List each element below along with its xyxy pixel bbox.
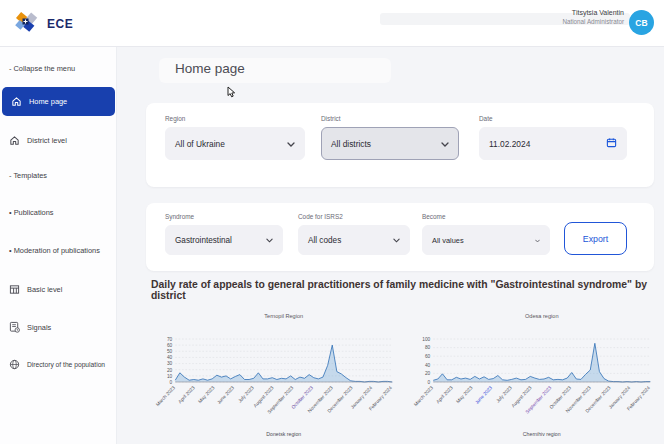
svg-text:March 2023: March 2023 bbox=[155, 385, 176, 407]
chevron-down-icon bbox=[287, 139, 295, 149]
sidebar-item-home-page[interactable]: Home page bbox=[2, 87, 115, 116]
top-header: ECE Titsytsia Valentin National Administ… bbox=[0, 0, 664, 47]
sidebar-item-label: Directory of the population bbox=[27, 361, 105, 368]
app-window: ECE Titsytsia Valentin National Administ… bbox=[0, 0, 664, 444]
signals-icon bbox=[9, 321, 20, 333]
syndrome-select[interactable]: Gastrointestinal bbox=[165, 225, 283, 255]
charts-section-title: Daily rate of appeals to general practit… bbox=[151, 279, 656, 301]
date-field: Date 11.02.2024 bbox=[479, 115, 627, 160]
sidebar-item-basic-level[interactable]: Basic level bbox=[0, 284, 117, 295]
district-select[interactable]: All districts bbox=[321, 127, 459, 160]
sidebar-item-label: District level bbox=[27, 136, 67, 145]
sidebar-item-label: Home page bbox=[29, 97, 67, 106]
svg-text:60: 60 bbox=[167, 343, 173, 348]
date-label: Date bbox=[479, 115, 627, 122]
svg-text:May 2023: May 2023 bbox=[455, 385, 473, 404]
region-field: Region All of Ukraine bbox=[165, 115, 305, 160]
chevron-down-icon bbox=[266, 236, 273, 245]
sidebar-item-label: - Collapse the menu bbox=[9, 64, 75, 73]
svg-text:70: 70 bbox=[167, 337, 173, 342]
chart-odesa-region[interactable]: Odesa region020406080100March 2023April … bbox=[403, 305, 661, 441]
home-icon bbox=[11, 96, 22, 107]
svg-text:July 2023: July 2023 bbox=[495, 385, 513, 404]
syndrome-label: Syndrome bbox=[165, 213, 283, 220]
svg-text:60: 60 bbox=[424, 354, 430, 359]
svg-text:100: 100 bbox=[422, 337, 430, 342]
region-label: Region bbox=[165, 115, 305, 122]
svg-text:20: 20 bbox=[424, 371, 430, 376]
svg-text:Chernihiv region: Chernihiv region bbox=[522, 431, 560, 437]
svg-text:0: 0 bbox=[427, 380, 430, 385]
svg-text:40: 40 bbox=[167, 355, 173, 360]
sidebar-item-publications[interactable]: • Publications bbox=[0, 208, 117, 217]
export-button[interactable]: Export bbox=[564, 222, 627, 255]
sidebar-item-directory-of-population[interactable]: Directory of the population bbox=[0, 359, 117, 370]
main-content: Home page Region All of Ukraine District… bbox=[117, 47, 664, 444]
become-label: Become bbox=[422, 213, 550, 220]
home-icon bbox=[9, 135, 20, 146]
svg-text:10: 10 bbox=[167, 374, 173, 379]
sidebar-item-label: Signals bbox=[27, 323, 51, 332]
date-input[interactable]: 11.02.2024 bbox=[479, 127, 627, 160]
globe-icon bbox=[9, 359, 20, 370]
district-field: District All districts bbox=[321, 115, 459, 160]
sidebar-item-label: Basic level bbox=[27, 285, 62, 294]
svg-text:July 2023: July 2023 bbox=[237, 385, 255, 404]
filters-card-location: Region All of Ukraine District All distr… bbox=[146, 103, 654, 187]
sidebar-item-label: • Publications bbox=[9, 208, 54, 217]
calendar-icon[interactable] bbox=[606, 137, 617, 150]
user-name: Titsytsia Valentin bbox=[562, 9, 624, 16]
avatar[interactable]: CB bbox=[629, 10, 654, 35]
sidebar-item-collapse-menu[interactable]: - Collapse the menu bbox=[0, 64, 117, 73]
code-select[interactable]: All codes bbox=[298, 225, 410, 255]
svg-text:40: 40 bbox=[424, 363, 430, 368]
svg-text:Odesa region: Odesa region bbox=[524, 313, 558, 319]
svg-text:April 2023: April 2023 bbox=[435, 385, 454, 404]
svg-text:80: 80 bbox=[424, 345, 430, 350]
logo-text: ECE bbox=[47, 17, 73, 31]
sidebar: - Collapse the menu Home page District l… bbox=[0, 47, 117, 444]
region-select[interactable]: All of Ukraine bbox=[165, 127, 305, 160]
become-select[interactable]: All values bbox=[422, 225, 550, 255]
svg-text:March 2023: March 2023 bbox=[413, 385, 434, 407]
sidebar-item-label: - Templates bbox=[9, 171, 47, 180]
chevron-down-icon bbox=[535, 236, 540, 245]
chevron-down-icon bbox=[441, 139, 449, 149]
become-field: Become All values bbox=[422, 213, 550, 255]
code-label: Code for ISRS2 bbox=[298, 213, 410, 220]
user-info[interactable]: Titsytsia Valentin National Administrato… bbox=[562, 9, 624, 25]
svg-text:April 2023: April 2023 bbox=[177, 385, 196, 404]
page-title: Home page bbox=[175, 61, 245, 76]
ece-logo-icon bbox=[13, 9, 38, 38]
svg-text:20: 20 bbox=[167, 368, 173, 373]
svg-text:50: 50 bbox=[167, 349, 173, 354]
sidebar-item-signals[interactable]: Signals bbox=[0, 321, 117, 333]
svg-text:30: 30 bbox=[167, 361, 173, 366]
chevron-down-icon bbox=[393, 236, 400, 245]
svg-text:May 2023: May 2023 bbox=[197, 385, 215, 404]
sidebar-item-label: • Moderation of publications bbox=[9, 246, 100, 255]
user-role: National Administrator bbox=[562, 18, 624, 25]
syndrome-field: Syndrome Gastrointestinal bbox=[165, 213, 283, 255]
charts-row: Ternopil Region010203040506070March 2023… bbox=[145, 305, 660, 441]
sidebar-item-district-level[interactable]: District level bbox=[0, 135, 117, 146]
svg-text:June 2023: June 2023 bbox=[216, 385, 235, 405]
district-label: District bbox=[321, 115, 459, 122]
sidebar-item-moderation-of-publications[interactable]: • Moderation of publications bbox=[0, 246, 117, 255]
table-icon bbox=[9, 284, 20, 295]
svg-text:0: 0 bbox=[170, 380, 173, 385]
chart-ternopil-region[interactable]: Ternopil Region010203040506070March 2023… bbox=[145, 305, 403, 441]
svg-text:Ternopil Region: Ternopil Region bbox=[264, 313, 303, 319]
sidebar-item-templates[interactable]: - Templates bbox=[0, 171, 117, 180]
svg-text:Donetsk region: Donetsk region bbox=[266, 431, 301, 437]
code-field: Code for ISRS2 All codes bbox=[298, 213, 410, 255]
mouse-cursor bbox=[227, 84, 236, 102]
svg-text:June 2023: June 2023 bbox=[474, 385, 493, 405]
filters-card-syndrome: Syndrome Gastrointestinal Code for ISRS2… bbox=[146, 203, 654, 271]
logo[interactable]: ECE bbox=[13, 9, 73, 38]
